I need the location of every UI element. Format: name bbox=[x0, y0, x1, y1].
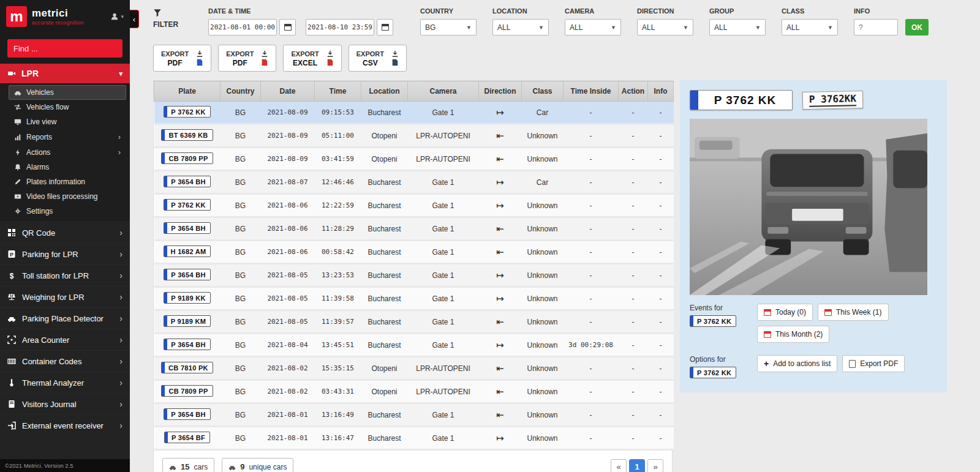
plate-badge[interactable]: BT 6369 KB bbox=[161, 129, 213, 141]
col-time-inside[interactable]: Time Inside bbox=[564, 81, 619, 102]
ok-button[interactable]: OK bbox=[905, 19, 929, 36]
plate-eu-strip bbox=[162, 130, 165, 140]
col-direction[interactable]: Direction bbox=[479, 81, 522, 102]
plate-badge[interactable]: P 3762 KK bbox=[164, 199, 210, 211]
table-row[interactable]: BT 6369 KB BG 2021-08-09 05:11:00 Otopen… bbox=[154, 124, 674, 148]
pagination-last-button[interactable]: » bbox=[647, 459, 663, 472]
plate-badge[interactable]: P 3654 BH bbox=[164, 339, 210, 350]
events-this-month-button[interactable]: This Month (2) bbox=[757, 326, 829, 343]
table-row[interactable]: CB 7810 PK BG 2021-08-02 15:35:15 Otopen… bbox=[154, 357, 674, 380]
sidebar-item-qr-code[interactable]: QR Code › bbox=[0, 222, 130, 243]
col-plate[interactable]: Plate bbox=[154, 81, 221, 102]
table-row[interactable]: P 3762 KK BG 2021-08-06 12:22:59 Buchare… bbox=[154, 194, 674, 217]
plate-badge[interactable]: P 3654 BH bbox=[164, 408, 210, 420]
download-icon bbox=[196, 50, 203, 58]
sidebar-collapse-button[interactable]: ‹ bbox=[130, 10, 139, 28]
plate-badge[interactable]: P 3762 KK bbox=[164, 106, 210, 118]
sidebar-item-visitors-journal[interactable]: Visitors Journal › bbox=[0, 393, 130, 414]
sidebar-item-weighing[interactable]: Weighing for LPR › bbox=[0, 286, 130, 307]
plate-badge[interactable]: P 3654 BF bbox=[164, 432, 210, 443]
export-csv-button[interactable]: EXPORT CSV bbox=[349, 45, 407, 72]
date-to-input[interactable] bbox=[306, 19, 374, 36]
sidebar-item-live-view[interactable]: Live view bbox=[9, 114, 126, 129]
export-label: EXPORT bbox=[291, 50, 318, 58]
date-to-calendar-button[interactable] bbox=[377, 19, 393, 36]
export-pdf-detail-button[interactable]: Export PDF bbox=[842, 355, 905, 372]
col-location[interactable]: Location bbox=[361, 81, 408, 102]
direction-group: DIRECTION ALL ▼ bbox=[637, 7, 693, 36]
col-date[interactable]: Date bbox=[261, 81, 315, 102]
export-pdf-blue-button[interactable]: EXPORT PDF bbox=[153, 45, 211, 72]
add-to-actions-list-button[interactable]: + Add to actions list bbox=[757, 355, 837, 372]
sidebar-item-lpr[interactable]: LPR ▾ bbox=[0, 64, 130, 83]
table-row[interactable]: P 3654 BH BG 2021-08-04 13:45:51 Buchare… bbox=[154, 334, 674, 357]
sidebar-item-reports[interactable]: Reports › bbox=[9, 129, 126, 144]
sidebar-item-parking-place-detector[interactable]: Parking Place Detector › bbox=[0, 307, 130, 329]
location-select[interactable]: ALL ▼ bbox=[492, 19, 549, 36]
bar-chart-icon bbox=[14, 133, 21, 141]
plate-badge[interactable]: P 9189 KK bbox=[164, 292, 210, 304]
plate-badge[interactable]: P 3654 BH bbox=[164, 176, 210, 187]
unique-cars-badge: 9 unique cars bbox=[222, 458, 293, 472]
sidebar-item-container-codes[interactable]: Container Codes › bbox=[0, 350, 130, 372]
sidebar-item-vehicles-flow[interactable]: Vehicles flow bbox=[9, 100, 126, 114]
table-row[interactable]: P 3762 KK BG 2021-08-09 09:15:53 Buchare… bbox=[154, 102, 674, 124]
export-pdf-red-button[interactable]: EXPORT PDF bbox=[218, 45, 276, 72]
sidebar-item-actions[interactable]: Actions › bbox=[9, 144, 126, 160]
events-today-button[interactable]: Today (0) bbox=[757, 304, 813, 321]
info-input[interactable] bbox=[854, 19, 898, 36]
plate-badge[interactable]: H 1682 AM bbox=[164, 245, 211, 257]
events-this-week-button[interactable]: This Week (1) bbox=[818, 304, 888, 321]
chevron-down-icon: ▾ bbox=[121, 13, 124, 20]
camera-select[interactable]: ALL ▼ bbox=[565, 19, 621, 36]
film-icon bbox=[14, 193, 21, 200]
col-country[interactable]: Country bbox=[221, 81, 261, 102]
table-row[interactable]: CB 7809 PP BG 2021-08-09 03:41:59 Otopen… bbox=[154, 148, 674, 171]
file-icon bbox=[849, 360, 856, 368]
plate-badge[interactable]: P 3654 BH bbox=[164, 269, 210, 280]
country-select[interactable]: BG ▼ bbox=[420, 19, 477, 36]
group-select[interactable]: ALL ▼ bbox=[709, 19, 766, 36]
table-row[interactable]: P 3654 BF BG 2021-08-01 13:16:47 Buchare… bbox=[154, 427, 674, 450]
table-row[interactable]: P 3654 BH BG 2021-08-07 12:46:46 Buchare… bbox=[154, 171, 674, 194]
col-camera[interactable]: Camera bbox=[408, 81, 479, 102]
sidebar-item-plates-information[interactable]: Plates information bbox=[9, 174, 126, 189]
sidebar-item-toll-station[interactable]: $ Toll station for LPR › bbox=[0, 264, 130, 286]
table-row[interactable]: CB 7809 PP BG 2021-08-02 03:43:31 Otopen… bbox=[154, 380, 674, 403]
col-info[interactable]: Info bbox=[648, 81, 674, 102]
sidebar-item-alarms[interactable]: Alarms bbox=[9, 160, 126, 174]
table-row[interactable]: P 3654 BH BG 2021-08-01 13:16:49 Buchare… bbox=[154, 403, 674, 427]
col-time[interactable]: Time bbox=[315, 81, 361, 102]
plate-badge[interactable]: P 3654 BH bbox=[164, 222, 210, 234]
user-menu-button[interactable]: ▾ bbox=[110, 12, 124, 21]
class-select[interactable]: ALL ▼ bbox=[782, 19, 838, 36]
col-action[interactable]: Action bbox=[619, 81, 648, 102]
plate-badge[interactable]: CB 7809 PP bbox=[161, 385, 213, 397]
sidebar-item-settings[interactable]: Settings bbox=[9, 204, 126, 219]
sidebar-item-area-counter[interactable]: Area Counter › bbox=[0, 329, 130, 350]
sidebar-item-thermal-analyzer[interactable]: Thermal Analyzer › bbox=[0, 372, 130, 393]
chevron-down-icon: ▾ bbox=[119, 70, 123, 78]
direction-select[interactable]: ALL ▼ bbox=[637, 19, 693, 36]
sidebar-item-parking-for-lpr[interactable]: P Parking for LPR › bbox=[0, 243, 130, 264]
table-row[interactable]: P 9189 KM BG 2021-08-05 11:39:57 Buchare… bbox=[154, 310, 674, 334]
plate-badge[interactable]: P 9189 KM bbox=[164, 315, 211, 327]
sidebar-item-video-files-processing[interactable]: Video files processing bbox=[9, 189, 126, 204]
export-excel-button[interactable]: EXPORT EXCEL bbox=[283, 45, 341, 72]
table-row[interactable]: P 3654 BH BG 2021-08-05 13:23:53 Buchare… bbox=[154, 264, 674, 287]
plate-badge[interactable]: CB 7809 PP bbox=[161, 152, 213, 164]
app-root: m metrici accurate recognition ▾ LPR ▾ bbox=[0, 0, 980, 472]
table-row[interactable]: P 9189 KK BG 2021-08-05 11:39:58 Buchare… bbox=[154, 287, 674, 310]
sidebar-item-vehicles[interactable]: Vehicles bbox=[9, 85, 126, 100]
pagination-first-button[interactable]: « bbox=[611, 459, 627, 472]
col-class[interactable]: Class bbox=[522, 81, 564, 102]
date-from-calendar-button[interactable] bbox=[279, 19, 296, 36]
date-from-input[interactable] bbox=[208, 19, 277, 36]
vehicle-photo[interactable] bbox=[690, 119, 927, 295]
search-input[interactable] bbox=[7, 39, 123, 58]
sidebar-item-external-event-receiver[interactable]: External event receiver › bbox=[0, 414, 130, 436]
plate-badge[interactable]: CB 7810 PK bbox=[161, 362, 213, 373]
table-row[interactable]: H 1682 AM BG 2021-08-06 00:58:42 Buchare… bbox=[154, 241, 674, 264]
table-row[interactable]: P 3654 BH BG 2021-08-06 11:28:29 Buchare… bbox=[154, 217, 674, 241]
pagination-page-1[interactable]: 1 bbox=[629, 459, 645, 472]
